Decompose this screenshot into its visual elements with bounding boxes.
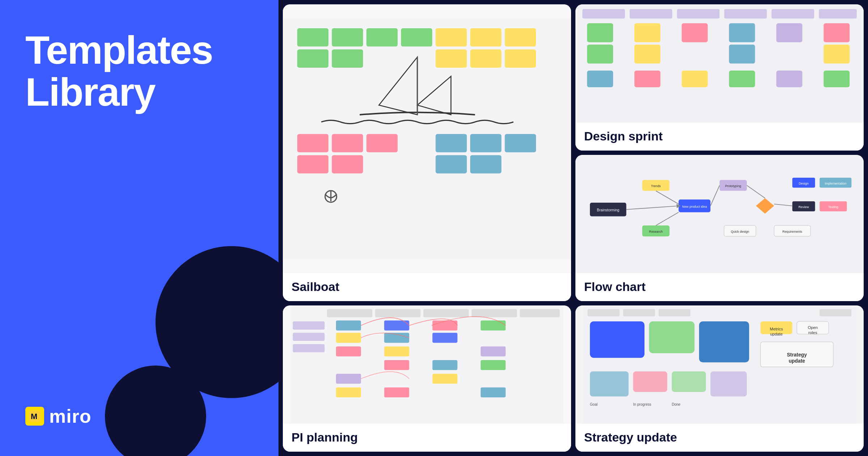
svg-rect-125 xyxy=(590,371,629,396)
svg-rect-16 xyxy=(332,134,363,152)
svg-rect-88 xyxy=(293,333,324,341)
svg-text:Testing: Testing xyxy=(828,205,838,209)
svg-rect-101 xyxy=(433,360,458,370)
svg-rect-18 xyxy=(435,134,467,152)
svg-rect-106 xyxy=(384,387,409,397)
design-sprint-card[interactable]: Design sprint xyxy=(575,4,864,151)
svg-rect-34 xyxy=(819,9,857,18)
svg-rect-85 xyxy=(472,309,517,317)
svg-rect-36 xyxy=(587,45,613,63)
svg-rect-39 xyxy=(682,23,708,42)
svg-rect-33 xyxy=(771,9,814,18)
svg-text:Trends: Trends xyxy=(651,184,661,188)
svg-rect-4 xyxy=(332,28,363,46)
svg-rect-128 xyxy=(710,371,747,396)
flow-chart-card[interactable]: Brainstorming Trends New product idea Pr… xyxy=(575,155,864,301)
svg-text:Goal: Goal xyxy=(590,402,597,406)
svg-rect-114 xyxy=(649,321,695,353)
svg-rect-40 xyxy=(729,23,755,42)
svg-rect-24 xyxy=(470,155,501,173)
svg-rect-84 xyxy=(423,309,469,317)
svg-rect-30 xyxy=(630,9,672,18)
svg-rect-12 xyxy=(435,49,467,67)
svg-rect-47 xyxy=(682,71,708,87)
svg-rect-115 xyxy=(699,321,749,362)
title-line-2: Library xyxy=(25,71,253,113)
svg-text:Requirements: Requirements xyxy=(782,230,802,233)
svg-rect-100 xyxy=(384,360,409,370)
svg-rect-113 xyxy=(590,321,644,358)
design-sprint-preview xyxy=(575,4,864,123)
pi-planning-card[interactable]: PI planning xyxy=(283,305,571,452)
svg-rect-112 xyxy=(820,309,851,316)
svg-rect-9 xyxy=(505,28,536,46)
sailboat-card[interactable]: Sailboat xyxy=(283,4,571,301)
svg-text:Prototyping: Prototyping xyxy=(725,184,741,188)
svg-text:Brainstorming: Brainstorming xyxy=(597,208,619,212)
svg-text:Implementation: Implementation xyxy=(825,182,846,185)
svg-rect-105 xyxy=(336,387,361,397)
title-line-1: Templates xyxy=(25,29,253,71)
svg-rect-96 xyxy=(433,333,458,343)
svg-text:M: M xyxy=(31,412,37,421)
svg-rect-99 xyxy=(481,346,506,356)
strategy-card[interactable]: Metrics update Open roles Strategy updat… xyxy=(575,305,864,452)
svg-text:update: update xyxy=(789,358,805,364)
svg-text:Design: Design xyxy=(799,182,808,185)
design-sprint-label: Design sprint xyxy=(575,123,864,151)
svg-text:Strategy: Strategy xyxy=(787,352,807,358)
svg-rect-87 xyxy=(293,321,324,330)
svg-text:New product idea: New product idea xyxy=(682,205,707,208)
svg-rect-28 xyxy=(578,4,861,123)
svg-rect-50 xyxy=(824,71,850,87)
svg-rect-90 xyxy=(336,321,361,331)
svg-rect-5 xyxy=(366,28,397,46)
svg-rect-29 xyxy=(582,9,625,18)
right-panel: Sailboat xyxy=(278,0,868,456)
svg-rect-44 xyxy=(824,45,850,63)
svg-rect-13 xyxy=(470,49,501,67)
svg-rect-86 xyxy=(520,309,560,317)
svg-rect-19 xyxy=(470,134,501,152)
svg-rect-126 xyxy=(633,371,667,392)
svg-rect-37 xyxy=(634,23,660,42)
svg-rect-23 xyxy=(435,155,467,173)
svg-rect-38 xyxy=(634,45,660,63)
svg-rect-15 xyxy=(297,134,328,152)
left-panel: Templates Library M miro xyxy=(0,0,278,456)
svg-rect-102 xyxy=(481,360,506,370)
svg-rect-8 xyxy=(470,28,501,46)
svg-text:Quick design: Quick design xyxy=(731,230,749,233)
svg-rect-43 xyxy=(824,23,850,42)
svg-rect-127 xyxy=(672,371,706,392)
svg-rect-49 xyxy=(776,71,802,87)
svg-rect-17 xyxy=(366,134,397,152)
svg-rect-6 xyxy=(401,28,432,46)
svg-rect-14 xyxy=(505,49,536,67)
svg-rect-81 xyxy=(290,305,563,424)
miro-logo: M miro xyxy=(25,405,253,427)
svg-rect-89 xyxy=(293,344,324,352)
svg-rect-22 xyxy=(332,155,363,173)
svg-rect-107 xyxy=(481,387,506,397)
pi-planning-preview xyxy=(283,305,571,424)
svg-rect-31 xyxy=(677,9,720,18)
svg-rect-21 xyxy=(297,155,328,173)
svg-rect-109 xyxy=(588,309,620,316)
svg-rect-97 xyxy=(336,346,361,356)
svg-rect-11 xyxy=(332,49,363,67)
svg-rect-104 xyxy=(433,374,458,384)
svg-rect-10 xyxy=(297,49,328,67)
svg-rect-48 xyxy=(729,71,755,87)
pi-planning-label: PI planning xyxy=(283,424,571,452)
sailboat-label: Sailboat xyxy=(283,273,571,301)
svg-rect-94 xyxy=(336,333,361,343)
svg-rect-32 xyxy=(724,9,767,18)
svg-rect-103 xyxy=(336,374,361,384)
strategy-preview: Metrics update Open roles Strategy updat… xyxy=(575,305,864,424)
svg-rect-111 xyxy=(659,309,690,316)
svg-rect-7 xyxy=(435,28,467,46)
svg-rect-82 xyxy=(327,309,373,317)
strategy-label: Strategy update xyxy=(575,424,864,452)
svg-rect-93 xyxy=(481,321,506,331)
